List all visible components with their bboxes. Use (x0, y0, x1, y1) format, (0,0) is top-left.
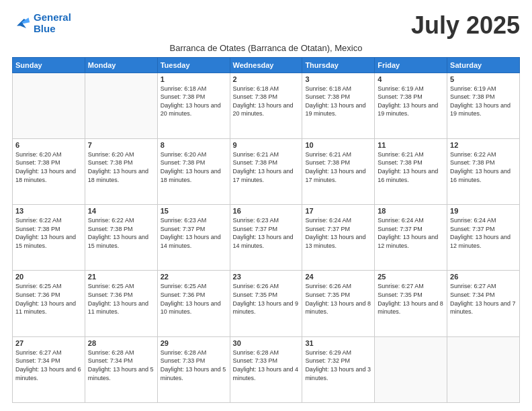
day-number: 19 (450, 207, 517, 215)
day-info: Sunrise: 6:27 AM Sunset: 7:34 PM Dayligh… (15, 349, 82, 382)
day-info: Sunrise: 6:28 AM Sunset: 7:34 PM Dayligh… (88, 349, 154, 382)
day-info: Sunrise: 6:18 AM Sunset: 7:38 PM Dayligh… (305, 85, 371, 118)
day-number: 26 (450, 273, 517, 281)
calendar-cell: 14Sunrise: 6:22 AM Sunset: 7:38 PM Dayli… (85, 205, 157, 271)
day-info: Sunrise: 6:19 AM Sunset: 7:38 PM Dayligh… (450, 85, 517, 118)
day-info: Sunrise: 6:21 AM Sunset: 7:38 PM Dayligh… (378, 150, 444, 184)
day-info: Sunrise: 6:21 AM Sunset: 7:38 PM Dayligh… (233, 150, 300, 184)
page: General Blue July 2025 Barranca de Otate… (0, 0, 532, 411)
calendar-cell: 2Sunrise: 6:18 AM Sunset: 7:38 PM Daylig… (230, 73, 302, 138)
col-monday: Monday (85, 57, 157, 73)
col-sunday: Sunday (13, 57, 85, 73)
day-info: Sunrise: 6:22 AM Sunset: 7:38 PM Dayligh… (450, 150, 517, 184)
subtitle: Barranca de Otates (Barranca de Otatan),… (12, 43, 520, 53)
day-info: Sunrise: 6:27 AM Sunset: 7:35 PM Dayligh… (378, 282, 444, 316)
title-block: July 2025 (411, 12, 520, 39)
calendar-cell: 27Sunrise: 6:27 AM Sunset: 7:34 PM Dayli… (13, 336, 85, 402)
day-info: Sunrise: 6:28 AM Sunset: 7:33 PM Dayligh… (161, 349, 227, 382)
day-info: Sunrise: 6:29 AM Sunset: 7:32 PM Dayligh… (305, 349, 371, 382)
day-number: 10 (305, 141, 371, 149)
col-thursday: Thursday (302, 57, 375, 73)
calendar-week-2: 6Sunrise: 6:20 AM Sunset: 7:38 PM Daylig… (13, 138, 520, 204)
logo-text: General Blue (34, 12, 71, 34)
calendar-cell: 8Sunrise: 6:20 AM Sunset: 7:38 PM Daylig… (157, 138, 230, 204)
calendar-cell: 31Sunrise: 6:29 AM Sunset: 7:32 PM Dayli… (302, 336, 375, 402)
day-info: Sunrise: 6:20 AM Sunset: 7:38 PM Dayligh… (161, 150, 227, 184)
day-info: Sunrise: 6:26 AM Sunset: 7:35 PM Dayligh… (233, 282, 300, 316)
calendar-header-row: Sunday Monday Tuesday Wednesday Thursday… (13, 57, 520, 73)
calendar-cell: 18Sunrise: 6:24 AM Sunset: 7:37 PM Dayli… (375, 205, 447, 271)
day-number: 14 (88, 207, 154, 215)
calendar-cell: 26Sunrise: 6:27 AM Sunset: 7:34 PM Dayli… (447, 271, 520, 336)
calendar-cell (375, 336, 447, 402)
day-number: 23 (233, 273, 300, 281)
day-number: 18 (378, 207, 444, 215)
day-number: 9 (233, 141, 300, 149)
day-info: Sunrise: 6:20 AM Sunset: 7:38 PM Dayligh… (88, 150, 154, 184)
calendar-week-5: 27Sunrise: 6:27 AM Sunset: 7:34 PM Dayli… (13, 336, 520, 402)
calendar-cell: 25Sunrise: 6:27 AM Sunset: 7:35 PM Dayli… (375, 271, 447, 336)
day-number: 13 (15, 207, 82, 215)
day-number: 7 (88, 141, 154, 149)
calendar-cell: 28Sunrise: 6:28 AM Sunset: 7:34 PM Dayli… (85, 336, 157, 402)
day-info: Sunrise: 6:25 AM Sunset: 7:36 PM Dayligh… (15, 282, 82, 316)
calendar-cell: 7Sunrise: 6:20 AM Sunset: 7:38 PM Daylig… (85, 138, 157, 204)
calendar-cell: 19Sunrise: 6:24 AM Sunset: 7:37 PM Dayli… (447, 205, 520, 271)
day-number: 27 (15, 339, 82, 347)
day-info: Sunrise: 6:22 AM Sunset: 7:38 PM Dayligh… (15, 216, 82, 250)
day-number: 29 (161, 339, 227, 347)
day-info: Sunrise: 6:21 AM Sunset: 7:38 PM Dayligh… (305, 150, 371, 184)
calendar-cell: 6Sunrise: 6:20 AM Sunset: 7:38 PM Daylig… (13, 138, 85, 204)
calendar-week-3: 13Sunrise: 6:22 AM Sunset: 7:38 PM Dayli… (13, 205, 520, 271)
day-info: Sunrise: 6:23 AM Sunset: 7:37 PM Dayligh… (161, 216, 227, 250)
day-info: Sunrise: 6:25 AM Sunset: 7:36 PM Dayligh… (88, 282, 154, 316)
day-info: Sunrise: 6:28 AM Sunset: 7:33 PM Dayligh… (233, 349, 300, 382)
day-number: 6 (15, 141, 82, 149)
calendar-cell: 12Sunrise: 6:22 AM Sunset: 7:38 PM Dayli… (447, 138, 520, 204)
calendar-cell: 4Sunrise: 6:19 AM Sunset: 7:38 PM Daylig… (375, 73, 447, 138)
calendar-cell: 17Sunrise: 6:24 AM Sunset: 7:37 PM Dayli… (302, 205, 375, 271)
day-number: 31 (305, 339, 371, 347)
day-info: Sunrise: 6:23 AM Sunset: 7:37 PM Dayligh… (233, 216, 300, 250)
header: General Blue July 2025 (12, 12, 520, 39)
calendar-cell: 29Sunrise: 6:28 AM Sunset: 7:33 PM Dayli… (157, 336, 230, 402)
day-info: Sunrise: 6:19 AM Sunset: 7:38 PM Dayligh… (378, 85, 444, 118)
day-number: 8 (161, 141, 227, 149)
day-number: 24 (305, 273, 371, 281)
calendar-cell: 3Sunrise: 6:18 AM Sunset: 7:38 PM Daylig… (302, 73, 375, 138)
day-number: 2 (233, 75, 300, 83)
col-saturday: Saturday (447, 57, 520, 73)
day-info: Sunrise: 6:22 AM Sunset: 7:38 PM Dayligh… (88, 216, 154, 250)
calendar-cell: 20Sunrise: 6:25 AM Sunset: 7:36 PM Dayli… (13, 271, 85, 336)
day-info: Sunrise: 6:20 AM Sunset: 7:38 PM Dayligh… (15, 150, 82, 184)
calendar-cell (13, 73, 85, 138)
day-number: 20 (15, 273, 82, 281)
calendar: Sunday Monday Tuesday Wednesday Thursday… (12, 57, 520, 403)
day-number: 15 (161, 207, 227, 215)
day-number: 5 (450, 75, 517, 83)
calendar-cell: 5Sunrise: 6:19 AM Sunset: 7:38 PM Daylig… (447, 73, 520, 138)
day-number: 12 (450, 141, 517, 149)
calendar-cell: 10Sunrise: 6:21 AM Sunset: 7:38 PM Dayli… (302, 138, 375, 204)
day-number: 3 (305, 75, 371, 83)
calendar-cell: 13Sunrise: 6:22 AM Sunset: 7:38 PM Dayli… (13, 205, 85, 271)
day-number: 16 (233, 207, 300, 215)
day-info: Sunrise: 6:26 AM Sunset: 7:35 PM Dayligh… (305, 282, 371, 316)
col-wednesday: Wednesday (230, 57, 302, 73)
calendar-week-4: 20Sunrise: 6:25 AM Sunset: 7:36 PM Dayli… (13, 271, 520, 336)
day-info: Sunrise: 6:24 AM Sunset: 7:37 PM Dayligh… (305, 216, 371, 250)
calendar-week-1: 1Sunrise: 6:18 AM Sunset: 7:38 PM Daylig… (13, 73, 520, 138)
calendar-cell (447, 336, 520, 402)
day-number: 21 (88, 273, 154, 281)
col-friday: Friday (375, 57, 447, 73)
day-number: 22 (161, 273, 227, 281)
col-tuesday: Tuesday (157, 57, 230, 73)
calendar-cell: 23Sunrise: 6:26 AM Sunset: 7:35 PM Dayli… (230, 271, 302, 336)
day-number: 4 (378, 75, 444, 83)
day-number: 25 (378, 273, 444, 281)
calendar-cell (85, 73, 157, 138)
day-number: 28 (88, 339, 154, 347)
day-info: Sunrise: 6:25 AM Sunset: 7:36 PM Dayligh… (161, 282, 227, 316)
calendar-cell: 22Sunrise: 6:25 AM Sunset: 7:36 PM Dayli… (157, 271, 230, 336)
day-number: 11 (378, 141, 444, 149)
